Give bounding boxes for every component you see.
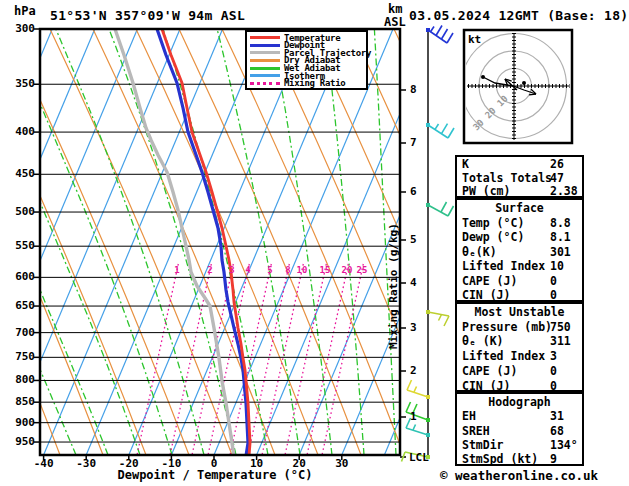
legend-swatch-isotherm bbox=[250, 74, 280, 77]
stat-row: Temp (°C)8.8 bbox=[462, 216, 582, 231]
km-tick-label: 7 bbox=[410, 136, 417, 149]
stat-row: Dewp (°C)8.1 bbox=[462, 230, 582, 245]
wind-barb-feather bbox=[414, 387, 417, 393]
stat-label: Dewp (°C) bbox=[462, 230, 524, 244]
stat-value: 10 bbox=[550, 259, 564, 274]
stat-row: θₑ(K)301 bbox=[462, 245, 582, 260]
wind-barb-feather bbox=[431, 27, 435, 32]
pressure-tick-label: 550 bbox=[8, 239, 35, 252]
stat-value: 0 bbox=[550, 364, 557, 379]
stat-row: StmDir134° bbox=[462, 438, 582, 452]
wind-barb-feather bbox=[448, 128, 454, 138]
stat-label: Totals Totals bbox=[462, 171, 552, 185]
mixing-ratio-label: 3 bbox=[224, 265, 240, 275]
arrow-head bbox=[529, 94, 536, 95]
isotherm-line bbox=[129, 29, 308, 455]
pressure-tick-label: 950 bbox=[8, 435, 35, 448]
lcl-label: LCL bbox=[409, 451, 429, 464]
stat-label: Pressure (mb) bbox=[462, 320, 552, 334]
stat-value: 26 bbox=[550, 158, 564, 172]
mixing-ratio-label: 15 bbox=[317, 265, 333, 275]
mixing-ratio-axis-caption: Mixing Ratio (g/kg) bbox=[387, 223, 400, 349]
stat-label: CIN (J) bbox=[462, 379, 510, 393]
stat-row: CAPE (J)0 bbox=[462, 364, 582, 379]
stat-value: 0 bbox=[550, 288, 557, 303]
stats-box2: SurfaceTemp (°C)8.8Dewp (°C)8.1θₑ(K)301L… bbox=[455, 198, 584, 302]
legend-swatch-dry-adiabat bbox=[250, 59, 280, 62]
legend-swatch-dewpoint bbox=[250, 44, 280, 47]
isotherm-line bbox=[171, 29, 350, 455]
km-tick-label: 3 bbox=[410, 321, 417, 334]
wet-adiabat-line bbox=[599, 29, 620, 455]
stat-row: Totals Totals47 bbox=[462, 172, 582, 186]
wet-adiabat-line bbox=[325, 29, 364, 455]
stats-box1: K26Totals Totals47PW (cm)2.38 bbox=[455, 155, 584, 198]
stat-label: θₑ(K) bbox=[462, 245, 497, 259]
pressure-tick-label: 750 bbox=[8, 350, 35, 363]
stat-label: StmDir bbox=[462, 438, 504, 452]
stat-row: SREH68 bbox=[462, 424, 582, 438]
legend-swatch-wet-adiabat bbox=[250, 67, 280, 70]
mixing-ratio-line bbox=[170, 264, 211, 455]
stat-value: 750 bbox=[550, 320, 571, 335]
legend-label: Mixing Ratio bbox=[284, 78, 345, 88]
stat-label: PW (cm) bbox=[462, 184, 510, 198]
stat-row: K26 bbox=[462, 158, 582, 172]
wind-barb-staff bbox=[428, 312, 449, 316]
wind-barb-feather bbox=[447, 33, 453, 43]
wet-adiabat-line bbox=[217, 29, 300, 455]
dry-adiabat-line bbox=[222, 29, 404, 455]
wind-barb-feather bbox=[444, 316, 449, 326]
wind-barb-feather bbox=[442, 29, 448, 39]
stat-row: Lifted Index3 bbox=[462, 349, 582, 364]
mixing-ratio-label: 2 bbox=[202, 265, 218, 275]
stats-section-title: Most Unstable bbox=[462, 305, 582, 320]
wind-barb-staff bbox=[428, 205, 448, 216]
stat-label: θₑ (K) bbox=[462, 334, 504, 348]
mixing-ratio-label: 4 bbox=[240, 265, 256, 275]
mixing-ratio-label: 25 bbox=[354, 265, 370, 275]
wind-barb-feather bbox=[436, 26, 442, 36]
temp-tick-label: -40 bbox=[27, 457, 61, 470]
stat-label: Lifted Index bbox=[462, 349, 545, 363]
stat-label: K bbox=[462, 157, 469, 171]
stat-label: Lifted Index bbox=[462, 259, 545, 273]
mixing-ratio-label: 10 bbox=[294, 265, 310, 275]
wind-barb-feather bbox=[448, 206, 454, 216]
stat-row: CIN (J)0 bbox=[462, 288, 582, 303]
x-axis-caption: Dewpoint / Temperature (°C) bbox=[62, 468, 368, 482]
stat-row: PW (cm)2.38 bbox=[462, 185, 582, 199]
km-tick-label: 2 bbox=[410, 364, 417, 377]
pressure-tick-label: 650 bbox=[8, 299, 35, 312]
stat-value: 2.38 bbox=[550, 185, 578, 199]
isotherm-line bbox=[214, 29, 393, 455]
mixing-ratio-label: 1 bbox=[169, 265, 185, 275]
wind-barb-staff bbox=[406, 428, 428, 435]
legend-swatch-temperature bbox=[250, 36, 280, 39]
stat-value: 8.1 bbox=[550, 230, 571, 245]
stat-row: StmSpd (kt)9 bbox=[462, 452, 582, 466]
stat-row: θₑ (K)311 bbox=[462, 334, 582, 349]
wind-barb bbox=[426, 202, 454, 216]
wet-adiabat-line bbox=[109, 29, 236, 455]
km-tick-label: 1 bbox=[410, 410, 417, 423]
stats-section-title: Hodograph bbox=[462, 395, 582, 409]
hodograph-trace-dot bbox=[522, 81, 526, 85]
dewpoint-curve bbox=[157, 29, 248, 456]
wind-barb-feather bbox=[407, 380, 412, 390]
pressure-tick-label: 850 bbox=[8, 395, 35, 408]
stat-label: CAPE (J) bbox=[462, 274, 517, 288]
mixing-ratio-line bbox=[230, 264, 271, 455]
km-tick-label: 8 bbox=[410, 83, 417, 96]
wind-barb-feather bbox=[435, 124, 439, 129]
wind-barb bbox=[426, 26, 453, 44]
stats-box3: Most UnstablePressure (mb)750θₑ (K)311Li… bbox=[455, 302, 584, 392]
pressure-tick-label: 400 bbox=[8, 125, 35, 138]
stat-value: 134° bbox=[550, 438, 578, 452]
wind-barb-feather bbox=[441, 202, 447, 212]
skewt-sounding-app: { "header": { "pressure_unit": "hPa", "s… bbox=[0, 0, 629, 486]
pressure-tick-label: 350 bbox=[8, 77, 35, 90]
footer-credit: © weatheronline.co.uk bbox=[440, 468, 598, 483]
stat-label: EH bbox=[462, 409, 476, 423]
stat-value: 9 bbox=[550, 452, 557, 466]
